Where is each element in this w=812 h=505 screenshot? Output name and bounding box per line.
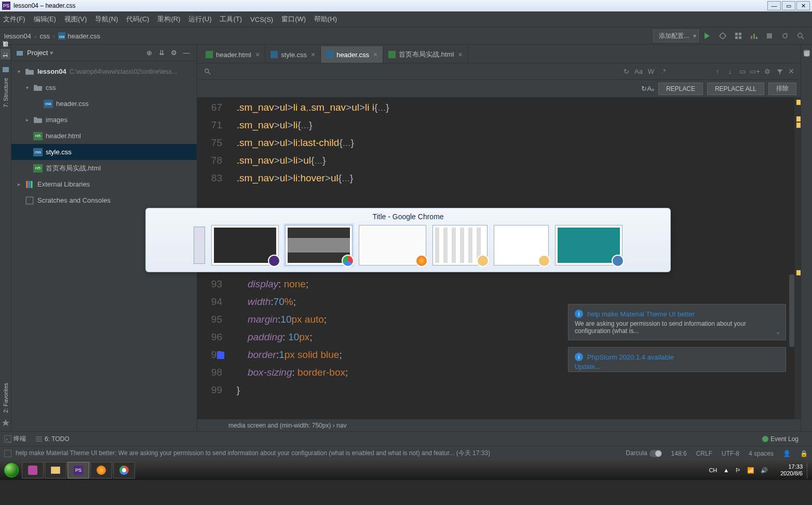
error-stripe[interactable] <box>794 98 801 419</box>
indent-settings[interactable]: 4 spaces <box>749 450 774 457</box>
warning-marker[interactable] <box>796 116 801 122</box>
filter-icon[interactable] <box>774 68 786 75</box>
editor-breadcrumbs[interactable]: media screen and (min-width: 750px) › na… <box>197 419 801 431</box>
lock-icon[interactable]: 🔒 <box>800 450 808 457</box>
tab-header-css[interactable]: header.css× <box>321 46 383 63</box>
close-button[interactable]: ✕ <box>796 1 810 10</box>
run-button[interactable] <box>700 29 714 43</box>
tree-node-images[interactable]: ▸ images <box>11 112 197 128</box>
close-icon[interactable]: × <box>458 50 462 59</box>
history-icon[interactable]: ↻ <box>620 68 632 75</box>
action-center-icon[interactable]: 🏳 <box>735 467 741 473</box>
status-icon[interactable] <box>4 450 11 457</box>
alt-tab-thumb-0[interactable] <box>194 227 205 264</box>
profile-button[interactable] <box>747 29 761 43</box>
database-icon[interactable] <box>803 49 811 57</box>
warning-marker[interactable] <box>796 270 801 275</box>
debug-button[interactable] <box>715 29 730 43</box>
taskbar-firefox[interactable] <box>90 462 112 479</box>
menu-refactor[interactable]: 重构(R) <box>157 15 180 24</box>
vertical-scrollbar[interactable] <box>789 274 794 347</box>
color-swatch-icon[interactable] <box>217 352 224 359</box>
encoding[interactable]: UTF-8 <box>722 450 739 457</box>
tab-shipin-html[interactable]: 首页布局实战.html× <box>383 46 468 63</box>
alt-tab-thumb-6[interactable] <box>555 225 622 265</box>
system-tray[interactable]: CH ▲ 🏳 📶 🔊 17:332020/8/6 <box>702 462 811 479</box>
taskbar-phpstorm[interactable]: PS <box>67 462 89 479</box>
tab-header-html[interactable]: header.html× <box>200 46 265 63</box>
warning-marker[interactable] <box>796 100 801 105</box>
clock[interactable]: 17:332020/8/6 <box>774 463 803 477</box>
menu-tools[interactable]: 工具(T) <box>220 15 242 24</box>
words-icon[interactable]: W <box>645 68 657 75</box>
notification-update[interactable]: iPhpStorm 2020.1.4 available Update... <box>568 347 786 372</box>
project-toolwindow-tab[interactable]: 1: 项目 <box>1 49 10 59</box>
tree-node-header-html[interactable]: H5 header.html <box>11 128 197 144</box>
menu-window[interactable]: 窗口(W) <box>281 15 306 24</box>
minimize-button[interactable]: — <box>767 1 781 10</box>
todo-toolwindow-tab[interactable]: 6: TODO <box>35 435 70 443</box>
terminal-toolwindow-tab[interactable]: >_终端 <box>4 434 26 443</box>
chevron-down-icon[interactable]: ▾ <box>50 49 53 57</box>
event-log-tab[interactable]: Event Log <box>762 435 799 443</box>
run-config-combo[interactable]: 添加配置...▾ <box>653 30 699 42</box>
tree-node-root[interactable]: ▾ lesson04 C:\wamp64\www\class\02\online… <box>11 63 197 79</box>
tree-node-external-libraries[interactable]: ▸ External Libraries <box>11 176 197 192</box>
breadcrumb-file[interactable]: header.css <box>67 32 100 40</box>
search-everywhere-button[interactable] <box>793 29 808 43</box>
show-desktop-button[interactable] <box>807 462 811 479</box>
expand-icon[interactable]: ⌄ <box>775 327 781 336</box>
alt-tab-thumb-1[interactable] <box>211 225 279 265</box>
close-icon[interactable]: × <box>311 50 315 59</box>
replace-button[interactable]: REPLACE <box>658 83 703 95</box>
menu-code[interactable]: 代码(C) <box>126 15 149 24</box>
line-ending[interactable]: CRLF <box>696 450 712 457</box>
menu-view[interactable]: 视图(V) <box>64 15 87 24</box>
close-icon[interactable]: × <box>373 50 377 59</box>
menu-help[interactable]: 帮助(H) <box>314 15 337 24</box>
favorites-toolwindow-tab[interactable]: 2: Favorites <box>3 383 9 413</box>
start-button[interactable] <box>1 461 22 479</box>
alt-tab-switcher[interactable]: Title - Google Chrome <box>145 208 671 272</box>
chevron-down-icon[interactable]: ▾ <box>26 85 33 90</box>
update-link[interactable]: Update... <box>575 363 779 370</box>
regex-icon[interactable]: .* <box>657 68 670 75</box>
cursor-position[interactable]: 148:6 <box>671 450 687 457</box>
chevron-right-icon[interactable]: ▸ <box>18 181 25 187</box>
update-button[interactable] <box>778 29 792 43</box>
taskbar-explorer[interactable] <box>45 462 66 479</box>
search-icon[interactable] <box>201 68 214 75</box>
match-case-icon[interactable]: Aa <box>632 68 645 75</box>
next-match-icon[interactable]: ↓ <box>724 68 736 75</box>
breadcrumb-root[interactable]: lesson04 <box>4 32 31 40</box>
prev-match-icon[interactable]: ↑ <box>711 68 724 75</box>
tree-node-style-css[interactable]: css style.css <box>11 144 197 160</box>
menu-run[interactable]: 运行(U) <box>188 15 211 24</box>
alt-tab-thumb-2[interactable] <box>285 225 353 265</box>
network-icon[interactable]: 📶 <box>747 467 754 474</box>
structure-toolwindow-tab[interactable]: 7: Structure <box>3 78 9 108</box>
menu-vcs[interactable]: VCS(S) <box>250 16 273 23</box>
tree-node-shipin-html[interactable]: H5 首页布局实战.html <box>11 160 197 176</box>
coverage-button[interactable] <box>731 29 746 43</box>
close-search-icon[interactable]: × <box>786 66 796 77</box>
taskbar-app-1[interactable] <box>22 462 44 479</box>
alt-tab-thumb-5[interactable] <box>494 225 549 265</box>
select-all-icon[interactable]: ▭ <box>736 68 749 75</box>
alt-tab-thumb-3[interactable] <box>359 225 426 265</box>
add-selection-icon[interactable]: ▭+ <box>749 68 761 75</box>
stop-button[interactable] <box>762 29 777 43</box>
locate-icon[interactable]: ⊕ <box>143 49 155 57</box>
menu-file[interactable]: 文件(F) <box>3 15 25 24</box>
chevron-down-icon[interactable]: ▾ <box>18 69 25 74</box>
notification-material-theme[interactable]: ihelp make Material Theme UI better We a… <box>568 304 786 340</box>
close-icon[interactable]: × <box>255 50 260 59</box>
replace-all-button[interactable]: REPLACE ALL <box>707 83 764 95</box>
history-icon[interactable]: ↻ <box>641 85 647 92</box>
hide-panel-icon[interactable]: — <box>180 49 193 57</box>
tab-style-css[interactable]: style.css× <box>265 46 321 63</box>
collapse-all-icon[interactable]: ⇊ <box>155 49 168 57</box>
menu-navigate[interactable]: 导航(N) <box>95 15 118 24</box>
inspections-icon[interactable]: 👤 <box>783 450 791 457</box>
theme-toggle[interactable] <box>649 450 662 457</box>
